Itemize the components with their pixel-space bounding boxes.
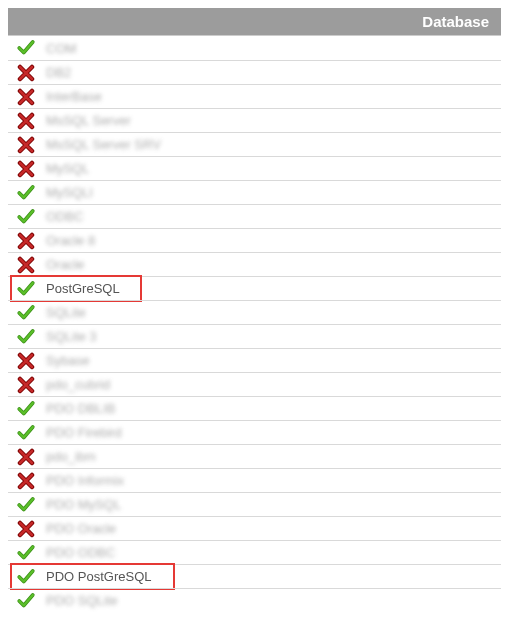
status-cell [12, 256, 40, 274]
table-body: COMDB2InterBaseMsSQL ServerMsSQL Server … [8, 36, 501, 612]
table-row: MySQLI [8, 180, 501, 204]
cross-icon [17, 112, 35, 130]
check-icon [16, 568, 36, 586]
driver-label: MsSQL Server SRV [40, 137, 497, 152]
cross-icon [17, 376, 35, 394]
driver-label: ODBC [40, 209, 497, 224]
table-row: COM [8, 36, 501, 60]
status-cell [12, 280, 40, 298]
status-cell [12, 64, 40, 82]
cross-icon [17, 520, 35, 538]
table-row: MsSQL Server [8, 108, 501, 132]
driver-label: pdo_ibm [40, 449, 497, 464]
check-icon [16, 304, 36, 322]
table-row: pdo_cubrid [8, 372, 501, 396]
status-cell [12, 112, 40, 130]
table-row: SQLite [8, 300, 501, 324]
cross-icon [17, 160, 35, 178]
driver-label: SQLite 3 [40, 329, 497, 344]
driver-label: PDO PostGreSQL [40, 569, 497, 584]
table-row: PDO PostGreSQL [8, 564, 501, 588]
cross-icon [17, 448, 35, 466]
table-row: PostGreSQL [8, 276, 501, 300]
cross-icon [17, 232, 35, 250]
driver-label: PDO Firebird [40, 425, 497, 440]
status-cell [12, 39, 40, 57]
driver-label: Oracle 8 [40, 233, 497, 248]
table-row: InterBase [8, 84, 501, 108]
driver-label: Oracle [40, 257, 497, 272]
status-cell [12, 88, 40, 106]
table-row: pdo_ibm [8, 444, 501, 468]
status-cell [12, 304, 40, 322]
table-row: MySQL [8, 156, 501, 180]
status-cell [12, 400, 40, 418]
table-row: PDO Informix [8, 468, 501, 492]
status-cell [12, 496, 40, 514]
driver-label: pdo_cubrid [40, 377, 497, 392]
check-icon [16, 39, 36, 57]
cross-icon [17, 88, 35, 106]
table-row: SQLite 3 [8, 324, 501, 348]
table-row: ODBC [8, 204, 501, 228]
driver-label: PDO SQLite [40, 593, 497, 608]
status-cell [12, 184, 40, 202]
status-cell [12, 208, 40, 226]
table-row: PDO ODBC [8, 540, 501, 564]
header-title: Database [422, 13, 489, 30]
table-row: PDO Oracle [8, 516, 501, 540]
driver-label: PDO MySQL [40, 497, 497, 512]
check-icon [16, 400, 36, 418]
driver-label: PDO Informix [40, 473, 497, 488]
status-cell [12, 232, 40, 250]
driver-label: PDO ODBC [40, 545, 497, 560]
cross-icon [17, 352, 35, 370]
check-icon [16, 544, 36, 562]
driver-label: MsSQL Server [40, 113, 497, 128]
status-cell [12, 520, 40, 538]
table-row: MsSQL Server SRV [8, 132, 501, 156]
status-cell [12, 352, 40, 370]
status-cell [12, 472, 40, 490]
status-cell [12, 568, 40, 586]
cross-icon [17, 472, 35, 490]
driver-label: MySQLI [40, 185, 497, 200]
check-icon [16, 496, 36, 514]
table-row: PDO SQLite [8, 588, 501, 612]
check-icon [16, 184, 36, 202]
check-icon [16, 208, 36, 226]
table-header: Database [8, 8, 501, 36]
driver-label: PDO Oracle [40, 521, 497, 536]
driver-label: PDO DBLIB [40, 401, 497, 416]
driver-label: DB2 [40, 65, 497, 80]
check-icon [16, 328, 36, 346]
database-table: Database COMDB2InterBaseMsSQL ServerMsSQ… [8, 8, 501, 612]
driver-label: COM [40, 41, 497, 56]
status-cell [12, 328, 40, 346]
driver-label: Sybase [40, 353, 497, 368]
status-cell [12, 376, 40, 394]
check-icon [16, 592, 36, 610]
check-icon [16, 280, 36, 298]
status-cell [12, 424, 40, 442]
table-row: Oracle 8 [8, 228, 501, 252]
driver-label: InterBase [40, 89, 497, 104]
driver-label: PostGreSQL [40, 281, 497, 296]
driver-label: MySQL [40, 161, 497, 176]
table-row: DB2 [8, 60, 501, 84]
cross-icon [17, 64, 35, 82]
table-row: PDO Firebird [8, 420, 501, 444]
check-icon [16, 424, 36, 442]
table-row: PDO DBLIB [8, 396, 501, 420]
status-cell [12, 448, 40, 466]
table-row: Sybase [8, 348, 501, 372]
cross-icon [17, 256, 35, 274]
status-cell [12, 544, 40, 562]
cross-icon [17, 136, 35, 154]
status-cell [12, 592, 40, 610]
driver-label: SQLite [40, 305, 497, 320]
table-row: PDO MySQL [8, 492, 501, 516]
table-row: Oracle [8, 252, 501, 276]
status-cell [12, 160, 40, 178]
status-cell [12, 136, 40, 154]
